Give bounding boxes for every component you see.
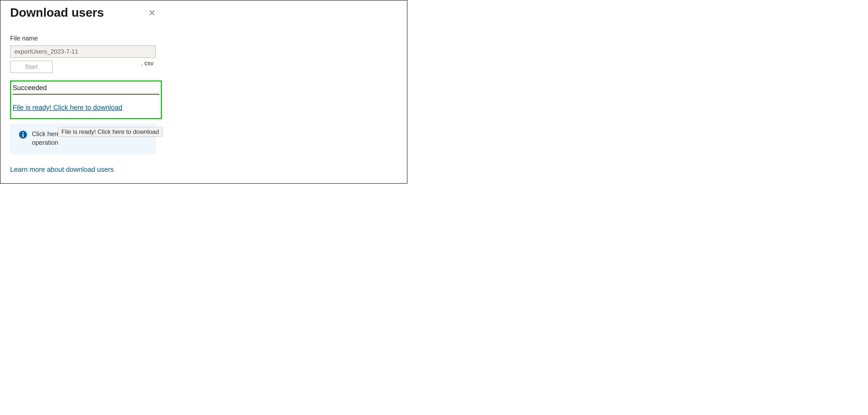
close-button[interactable] bbox=[147, 8, 157, 18]
svg-point-4 bbox=[22, 132, 24, 134]
svg-rect-3 bbox=[23, 134, 24, 137]
info-icon bbox=[19, 130, 27, 139]
download-link[interactable]: File is ready! Click here to download bbox=[13, 104, 122, 111]
close-icon bbox=[149, 9, 156, 16]
extension-row: . csv bbox=[10, 60, 156, 65]
file-extension-label: . csv bbox=[141, 60, 154, 67]
status-box: Succeeded File is ready! Click here to d… bbox=[10, 81, 162, 119]
panel-header: Download users bbox=[10, 6, 397, 20]
learn-more-link[interactable]: Learn more about download users bbox=[10, 166, 114, 173]
filename-label: File name bbox=[10, 35, 397, 42]
filename-input[interactable] bbox=[10, 46, 156, 58]
page-title: Download users bbox=[10, 6, 104, 20]
status-text: Succeeded bbox=[13, 84, 159, 95]
filename-input-row bbox=[10, 46, 156, 58]
download-users-panel: Download users File name . csv Start Suc… bbox=[0, 0, 407, 184]
download-tooltip: File is ready! Click here to download bbox=[58, 127, 162, 137]
